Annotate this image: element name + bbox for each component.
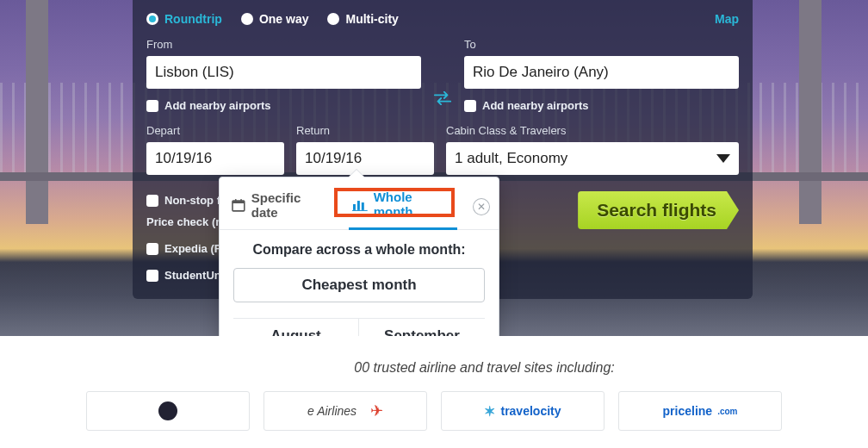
depart-input[interactable] (146, 142, 284, 175)
checkbox-icon (146, 100, 158, 112)
popover-heading: Compare across a whole month: (233, 242, 485, 258)
to-nearby-label: Add nearby airports (482, 99, 589, 112)
cabin-select[interactable]: 1 adult, Economy (446, 142, 739, 175)
partner-label: e Airlines (307, 404, 356, 418)
radio-icon (327, 13, 339, 25)
checkbox-icon (146, 243, 158, 255)
to-nearby-checkbox[interactable]: Add nearby airports (464, 99, 739, 112)
trip-type-multicity[interactable]: Multi-city (327, 12, 398, 26)
tab-label: Whole month (374, 190, 455, 219)
cheapest-month-button[interactable]: Cheapest month (233, 268, 485, 302)
to-input[interactable] (464, 56, 739, 89)
from-input[interactable] (146, 56, 421, 89)
cabin-label: Cabin Class & Travelers (446, 124, 739, 137)
close-button[interactable]: ✕ (473, 198, 490, 215)
star-icon: ✶ (484, 403, 495, 420)
partner-logo-icon (158, 401, 177, 420)
partners-strip: We compare 1,200 trusted airline and tra… (0, 336, 868, 448)
depart-label: Depart (146, 124, 284, 137)
from-nearby-label: Add nearby airports (164, 99, 271, 112)
partner-card[interactable]: priceline.com (618, 391, 782, 431)
partner-label: travelocity (500, 404, 561, 418)
partner-card[interactable]: e Airlines ✈ (264, 391, 427, 431)
from-label: From (146, 38, 421, 51)
swap-icon (433, 91, 452, 105)
svg-rect-7 (352, 210, 368, 211)
checkbox-icon (464, 100, 476, 112)
tab-label: Specific date (251, 190, 330, 220)
trip-type-group: Roundtrip One way Multi-city (146, 12, 715, 26)
partner-label: priceline (663, 404, 713, 418)
swap-button[interactable] (433, 91, 452, 105)
from-nearby-checkbox[interactable]: Add nearby airports (146, 99, 421, 112)
search-flights-button[interactable]: Search flights (578, 191, 739, 229)
cabin-value: 1 adult, Economy (455, 150, 567, 167)
trip-type-label: Multi-city (345, 12, 398, 26)
calendar-icon (232, 198, 245, 212)
svg-rect-3 (240, 199, 242, 202)
partners-lead: We compare 1,200 trusted airline and tra… (0, 336, 868, 376)
partner-card[interactable] (86, 391, 250, 431)
svg-rect-1 (232, 201, 245, 203)
radio-icon (241, 13, 253, 25)
partner-label-suffix: .com (717, 407, 737, 416)
return-label: Return (296, 124, 434, 137)
trip-type-label: Roundtrip (164, 12, 222, 26)
svg-rect-2 (235, 199, 237, 202)
return-input[interactable] (296, 142, 434, 175)
barchart-icon (352, 197, 368, 211)
trip-type-label: One way (259, 12, 309, 26)
partner-card[interactable]: ✶travelocity (441, 391, 604, 431)
chevron-down-icon (716, 154, 730, 163)
svg-rect-5 (357, 201, 360, 210)
checkbox-icon (146, 195, 158, 207)
map-link[interactable]: Map (715, 12, 739, 26)
to-label: To (464, 38, 739, 51)
tab-whole-month[interactable]: Whole month (349, 184, 457, 230)
tab-specific-date[interactable]: Specific date (228, 185, 333, 228)
radio-icon (146, 13, 158, 25)
svg-rect-4 (353, 204, 356, 210)
nonstop-label: Non-stop f (164, 194, 220, 207)
svg-rect-6 (362, 202, 364, 210)
checkbox-icon (146, 270, 158, 282)
close-icon: ✕ (477, 201, 486, 213)
trip-type-oneway[interactable]: One way (241, 12, 309, 26)
airline-tail-icon: ✈ (370, 401, 383, 420)
trip-type-roundtrip[interactable]: Roundtrip (146, 12, 222, 26)
